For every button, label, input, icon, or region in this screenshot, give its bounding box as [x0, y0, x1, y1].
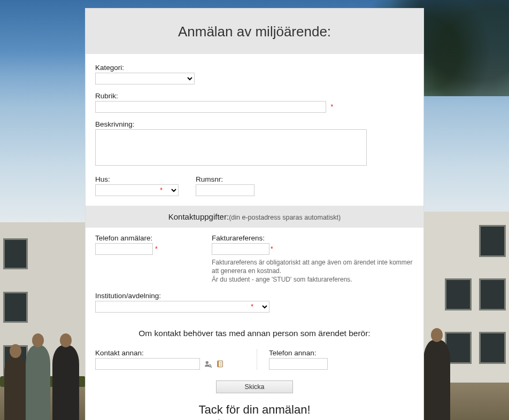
- kontakt-heading: Kontaktuppgifter:: [168, 212, 229, 221]
- fakturareferens-hint-2: Är du student - ange 'STUD' som fakturar…: [212, 275, 415, 284]
- hus-select[interactable]: [95, 184, 179, 196]
- kontakt-subheading: (din e-postadress sparas automatiskt): [229, 214, 341, 221]
- address-book-icon[interactable]: [217, 359, 224, 368]
- telefon-anmalare-required: *: [155, 245, 158, 253]
- vertical-separator: [257, 349, 257, 370]
- rubrik-input[interactable]: [95, 101, 326, 113]
- kategori-select[interactable]: [95, 73, 195, 84]
- beskrivning-textarea[interactable]: [95, 129, 367, 166]
- kategori-label: Kategori:: [95, 64, 414, 72]
- person: [423, 340, 450, 420]
- svg-point-0: [206, 361, 209, 364]
- institution-required: *: [251, 303, 253, 310]
- report-form-card: Anmälan av miljöärende: Kategori: Rubrik…: [86, 9, 423, 420]
- person: [4, 356, 27, 420]
- fakturareferens-input[interactable]: [212, 243, 269, 255]
- kontakt-annan-input[interactable]: [95, 358, 200, 370]
- svg-rect-4: [218, 361, 219, 367]
- telefon-anmalare-label: Telefon anmälare:: [95, 234, 195, 242]
- rubrik-label: Rubrik:: [95, 92, 414, 100]
- fakturareferens-required: *: [271, 245, 273, 253]
- page-background: Anmälan av miljöärende: Kategori: Rubrik…: [0, 0, 509, 420]
- thanks-heading: Tack för din anmälan!: [86, 403, 423, 417]
- person: [52, 345, 79, 420]
- rumsnr-label: Rumsnr:: [196, 175, 254, 183]
- telefon-anmalare-input[interactable]: [95, 243, 153, 255]
- person-lookup-icon[interactable]: [204, 359, 212, 368]
- annan-section-heading: Om kontakt behöver tas med annan person …: [86, 322, 423, 344]
- kontakt-section-header: Kontaktuppgifter:(din e-postadress spara…: [86, 206, 423, 228]
- form-title: Anmälan av miljöärende:: [86, 9, 423, 54]
- svg-line-2: [211, 367, 212, 368]
- telefon-annan-label: Telefon annan:: [269, 349, 328, 357]
- thanks-block: Tack för din anmälan! Du får ett e-mail …: [86, 398, 423, 420]
- fakturareferens-label: Fakturareferens:: [212, 234, 415, 242]
- rumsnr-input[interactable]: [196, 184, 254, 196]
- telefon-annan-input[interactable]: [269, 358, 328, 370]
- submit-button[interactable]: Skicka: [216, 380, 293, 393]
- rubrik-required: *: [330, 103, 333, 111]
- institution-label: Institution/avdelning:: [95, 292, 414, 300]
- kontakt-annan-label: Kontakt annan:: [95, 349, 245, 357]
- hus-label: Hus:: [95, 175, 179, 183]
- beskrivning-label: Beskrivning:: [95, 120, 414, 128]
- person: [26, 345, 50, 420]
- hus-required: *: [160, 186, 163, 194]
- institution-select[interactable]: [95, 301, 269, 313]
- fakturareferens-hint-1: Fakturareferens är obligatoriskt att ang…: [212, 258, 415, 275]
